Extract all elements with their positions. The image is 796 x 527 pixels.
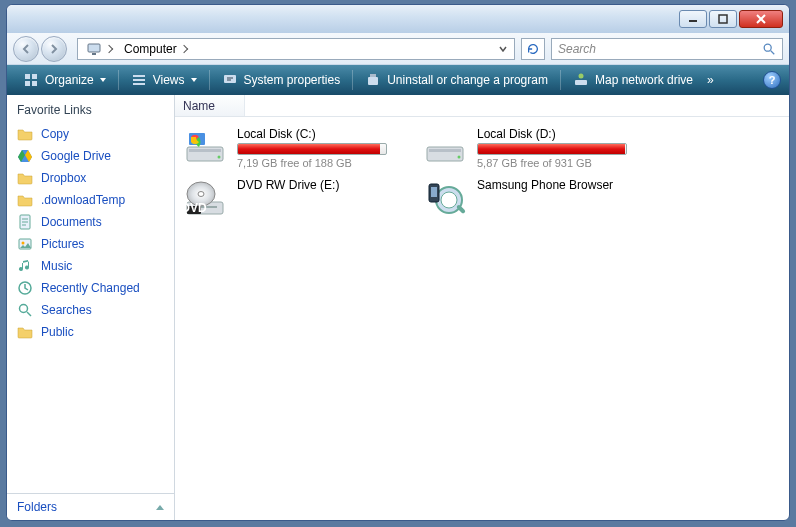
drive-icon: [423, 127, 467, 170]
sidebar-item[interactable]: Recently Changed: [11, 277, 170, 299]
column-name[interactable]: Name: [175, 95, 245, 116]
sidebar-item-label: Dropbox: [41, 171, 86, 185]
svg-rect-12: [133, 75, 145, 77]
address-bar[interactable]: Computer: [77, 38, 515, 60]
folder-icon: [17, 324, 33, 340]
chevron-right-icon: [105, 44, 113, 52]
sidebar-item[interactable]: .downloadTemp: [11, 189, 170, 211]
sidebar-item-label: Copy: [41, 127, 69, 141]
svg-rect-17: [370, 74, 376, 77]
sysprops-label: System properties: [244, 73, 341, 87]
drive-free-text: 5,87 GB free of 931 GB: [477, 157, 633, 169]
sidebar-item[interactable]: Music: [11, 255, 170, 277]
uninstall-label: Uninstall or change a program: [387, 73, 548, 87]
capacity-bar: [237, 143, 387, 155]
sidebar-item-label: Searches: [41, 303, 92, 317]
nav-row: Computer Search: [7, 33, 789, 65]
maximize-button[interactable]: [709, 10, 737, 28]
help-button[interactable]: ?: [763, 71, 781, 89]
forward-button[interactable]: [41, 36, 67, 62]
svg-point-28: [218, 156, 221, 159]
sidebar-item[interactable]: Pictures: [11, 233, 170, 255]
sidebar-item[interactable]: Documents: [11, 211, 170, 233]
sidebar-item[interactable]: Google Drive: [11, 145, 170, 167]
breadcrumb-computer[interactable]: Computer: [118, 39, 193, 59]
drive-item[interactable]: Local Disk (C:)7,19 GB free of 188 GB: [183, 127, 393, 170]
address-dropdown[interactable]: [494, 42, 512, 56]
content-area: Favorite Links CopyGoogle DriveDropbox.d…: [7, 95, 789, 520]
svg-rect-5: [92, 53, 96, 55]
drive-item[interactable]: DVDDVD RW Drive (E:): [183, 178, 393, 221]
close-button[interactable]: [739, 10, 783, 28]
drive-name: Local Disk (D:): [477, 127, 633, 141]
capacity-bar: [477, 143, 627, 155]
svg-text:DVD: DVD: [183, 201, 207, 215]
chevron-down-icon: [191, 78, 197, 82]
organize-icon: [23, 72, 39, 88]
drive-free-text: 7,19 GB free of 188 GB: [237, 157, 393, 169]
toolbar-overflow[interactable]: »: [703, 65, 716, 95]
chevron-right-icon: [179, 44, 187, 52]
drive-name: DVD RW Drive (E:): [237, 178, 393, 192]
folders-label: Folders: [17, 500, 57, 514]
music-icon: [17, 258, 33, 274]
uninstall-button[interactable]: Uninstall or change a program: [357, 65, 556, 95]
sidebar-header: Favorite Links: [7, 95, 174, 123]
sidebar-item[interactable]: Copy: [11, 123, 170, 145]
sidebar-item-label: Music: [41, 259, 72, 273]
sidebar-item-label: Pictures: [41, 237, 84, 251]
svg-point-6: [764, 44, 771, 51]
svg-line-7: [771, 50, 775, 54]
sidebar-items: CopyGoogle DriveDropbox.downloadTempDocu…: [7, 123, 174, 493]
svg-point-36: [198, 192, 204, 197]
sidebar-item[interactable]: Dropbox: [11, 167, 170, 189]
svg-rect-8: [25, 74, 30, 79]
breadcrumb-root[interactable]: [80, 39, 118, 59]
svg-rect-27: [189, 149, 221, 152]
svg-point-40: [441, 192, 457, 208]
views-menu[interactable]: Views: [123, 65, 205, 95]
views-icon: [131, 72, 147, 88]
svg-rect-18: [575, 80, 587, 85]
svg-rect-16: [368, 77, 378, 85]
command-bar: Organize Views System properties Uninsta…: [7, 65, 789, 95]
folder-icon: [17, 170, 33, 186]
computer-icon: [86, 41, 102, 57]
back-button[interactable]: [13, 36, 39, 62]
svg-point-24: [20, 305, 28, 313]
map-drive-button[interactable]: Map network drive: [565, 65, 701, 95]
organize-menu[interactable]: Organize: [15, 65, 114, 95]
system-properties-button[interactable]: System properties: [214, 65, 349, 95]
drive-name: Local Disk (C:): [237, 127, 393, 141]
search-icon: [17, 302, 33, 318]
refresh-button[interactable]: [521, 38, 545, 60]
sidebar-item-label: Documents: [41, 215, 102, 229]
drive-icon: [183, 127, 227, 170]
organize-label: Organize: [45, 73, 94, 87]
drive-item[interactable]: Samsung Phone Browser: [423, 178, 633, 221]
search-placeholder: Search: [558, 42, 596, 56]
svg-point-32: [458, 156, 461, 159]
folder-icon: [17, 126, 33, 142]
chevron-double-right-icon: »: [707, 73, 712, 87]
doc-icon: [17, 214, 33, 230]
drive-list: Local Disk (C:)7,19 GB free of 188 GBLoc…: [175, 117, 789, 231]
svg-rect-11: [32, 81, 37, 86]
drive-icon: DVD: [183, 178, 227, 221]
sidebar-item-label: Google Drive: [41, 149, 111, 163]
drive-item[interactable]: Local Disk (D:)5,87 GB free of 931 GB: [423, 127, 633, 170]
sidebar-item-label: .downloadTemp: [41, 193, 125, 207]
refresh-icon: [526, 42, 540, 56]
minimize-button[interactable]: [679, 10, 707, 28]
drive-name: Samsung Phone Browser: [477, 178, 633, 192]
folders-toggle[interactable]: Folders: [7, 493, 174, 520]
properties-icon: [222, 72, 238, 88]
sidebar-item[interactable]: Searches: [11, 299, 170, 321]
svg-rect-10: [25, 81, 30, 86]
recent-icon: [17, 280, 33, 296]
sidebar-item[interactable]: Public: [11, 321, 170, 343]
search-input[interactable]: Search: [551, 38, 783, 60]
folder-icon: [17, 192, 33, 208]
svg-rect-14: [133, 83, 145, 85]
svg-rect-1: [719, 15, 727, 23]
